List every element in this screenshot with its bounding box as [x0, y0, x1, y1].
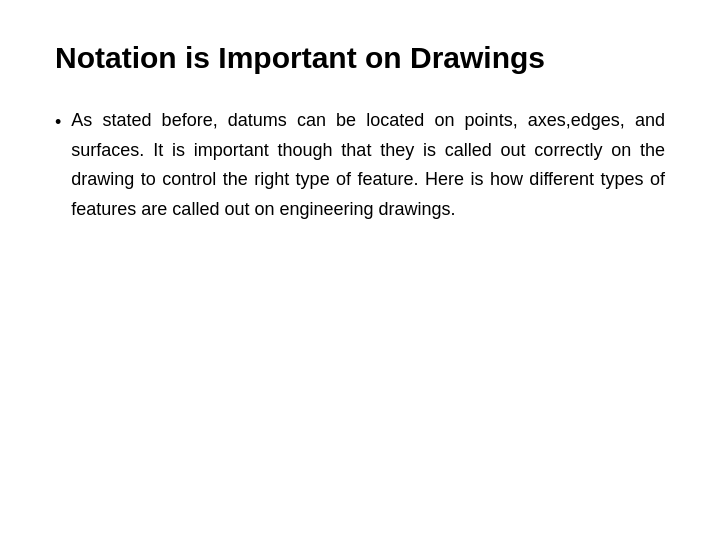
slide-title: Notation is Important on Drawings: [55, 40, 665, 76]
slide-content: • As stated before, datums can be locate…: [55, 106, 665, 500]
bullet-marker: •: [55, 108, 61, 137]
bullet-item-1: • As stated before, datums can be locate…: [55, 106, 665, 225]
slide-container: Notation is Important on Drawings • As s…: [0, 0, 720, 540]
bullet-text-1: As stated before, datums can be located …: [71, 106, 665, 225]
